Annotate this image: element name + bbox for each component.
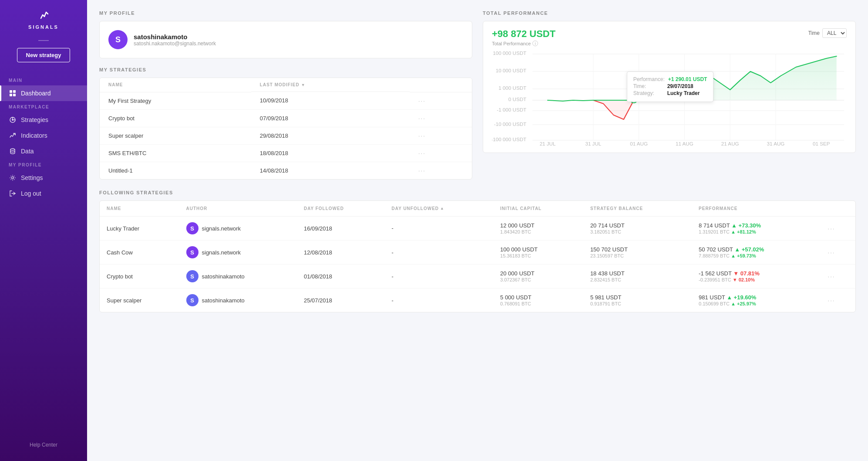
strategy-name: Super scalper [100, 127, 251, 144]
svg-rect-2 [10, 94, 12, 96]
fol-initial-capital: 100 000 USDT 15.36183 BTC [493, 241, 583, 264]
data-icon [9, 147, 17, 155]
strategy-menu[interactable]: ··· [410, 162, 472, 179]
right-column: TOTAL PERFORMANCE +98 872 USDT Total Per… [483, 10, 856, 180]
fol-col-balance: STRATEGY BALANCE [583, 201, 692, 217]
strategy-modified: 29/08/2018 [251, 127, 410, 144]
table-row[interactable]: SMS ETH/BTC 18/08/2018 ··· [100, 144, 472, 162]
fol-day-followed: 01/08/2018 [297, 264, 385, 288]
table-row[interactable]: Crypto bot 07/09/2018 ··· [100, 109, 472, 127]
fol-strategy-balance: 18 438 USDT 2.832415 BTC [583, 264, 692, 288]
following-section: FOLLOWING STRATEGIES NAME AUTHOR DAY FOL… [99, 190, 856, 313]
fol-menu[interactable]: ··· [821, 241, 855, 264]
sidebar-item-logout[interactable]: Log out [0, 186, 87, 201]
sidebar-bottom: Help Center [30, 441, 57, 452]
strategy-menu[interactable]: ··· [410, 144, 472, 162]
sidebar-item-label-data: Data [21, 148, 34, 155]
sidebar-item-data[interactable]: Data [0, 143, 87, 159]
my-strategies-card: NAME LAST MODIFIED ▼ My First Strategy 1… [99, 78, 472, 180]
col-modified: LAST MODIFIED ▼ [251, 78, 410, 92]
new-strategy-button[interactable]: New strategy [17, 48, 71, 62]
svg-point-9 [12, 177, 14, 179]
tooltip-perf-value: +1 290.01 USDT [668, 76, 707, 82]
fol-col-author: AUTHOR [179, 201, 297, 217]
strategy-name: Untitled-1 [100, 162, 251, 179]
svg-rect-38 [532, 100, 844, 144]
performance-card: +98 872 USDT Total Performance i Time AL… [483, 21, 856, 153]
tooltip-time-value: 29/07/2018 [667, 83, 693, 89]
my-strategies-section-title: MY STRATEGIES [99, 67, 472, 72]
fol-col-unfollowed: DAY UNFOLLOWED ▲ [385, 201, 493, 217]
fol-name: Lucky Trader [100, 217, 179, 241]
profile-card: S satoshinakamoto satoshi.nakamoto@signa… [99, 21, 472, 58]
fol-name: Crypto bot [100, 264, 179, 288]
profile-section-title: MY PROFILE [99, 10, 472, 16]
logout-icon [9, 190, 17, 197]
strategy-menu[interactable]: ··· [410, 127, 472, 144]
svg-text:31 JUL: 31 JUL [585, 142, 601, 146]
fol-name: Cash Cow [100, 241, 179, 264]
left-column: MY PROFILE S satoshinakamoto satoshi.nak… [99, 10, 472, 180]
time-select-input[interactable]: ALL 1Y 6M 3M 1M [822, 28, 847, 38]
svg-text:1 000 USDT: 1 000 USDT [498, 86, 526, 91]
my-strategies-table: NAME LAST MODIFIED ▼ My First Strategy 1… [100, 78, 472, 179]
fol-strategy-balance: 5 981 USDT 0.918791 BTC [583, 288, 692, 312]
sidebar-item-dashboard[interactable]: Dashboard [0, 85, 87, 101]
author-avatar: S [186, 222, 198, 234]
indicators-icon [9, 132, 17, 139]
table-row[interactable]: Super scalper 29/08/2018 ··· [100, 127, 472, 144]
fol-day-followed: 12/08/2018 [297, 241, 385, 264]
strategy-menu[interactable]: ··· [410, 92, 472, 109]
svg-text:31 AUG: 31 AUG [767, 142, 785, 146]
strategy-name: SMS ETH/BTC [100, 144, 251, 162]
active-indicator [0, 85, 1, 101]
fol-performance: 981 USDT ▲ +19.60% 0.150699 BTC ▲ +25.97… [692, 288, 821, 312]
fol-col-performance: PERFORMANCE [692, 201, 821, 217]
top-row: MY PROFILE S satoshinakamoto satoshi.nak… [99, 10, 856, 180]
fol-strategy-balance: 150 702 USDT 23.150597 BTC [583, 241, 692, 264]
strategy-menu[interactable]: ··· [410, 109, 472, 127]
list-item[interactable]: Super scalper S satoshinakamoto 25/07/20… [100, 288, 855, 312]
fol-initial-capital: 5 000 USDT 0.768091 BTC [493, 288, 583, 312]
gear-icon [9, 174, 17, 182]
table-row[interactable]: Untitled-1 14/08/2018 ··· [100, 162, 472, 179]
list-item[interactable]: Cash Cow S signals.network 12/08/2018 - … [100, 241, 855, 264]
svg-rect-3 [13, 94, 16, 96]
fol-day-followed: 16/09/2018 [297, 217, 385, 241]
list-item[interactable]: Lucky Trader S signals.network 16/09/201… [100, 217, 855, 241]
svg-point-8 [10, 149, 15, 150]
sidebar-item-label-dashboard: Dashboard [21, 90, 51, 97]
strategy-modified: 10/09/2018 [251, 92, 410, 109]
fol-menu[interactable]: ··· [821, 288, 855, 312]
help-center-link[interactable]: Help Center [30, 442, 57, 448]
fol-performance: 8 714 USDT ▲ +73.30% 1.319201 BTC ▲ +81.… [692, 217, 821, 241]
author-avatar: S [186, 246, 198, 258]
list-item[interactable]: Crypto bot S satoshinakamoto 01/08/2018 … [100, 264, 855, 288]
fol-col-actions [821, 201, 855, 217]
sidebar-item-settings[interactable]: Settings [0, 170, 87, 186]
sidebar-divider [38, 40, 49, 41]
sidebar-item-strategies[interactable]: Strategies [0, 112, 87, 128]
tooltip-perf-label: Performance: [633, 76, 665, 82]
perf-section-title: TOTAL PERFORMANCE [483, 10, 856, 16]
table-row[interactable]: My First Strategy 10/09/2018 ··· [100, 92, 472, 109]
svg-text:100 000 USDT: 100 000 USDT [493, 51, 526, 56]
strategy-modified: 14/08/2018 [251, 162, 410, 179]
svg-text:01 SEP: 01 SEP [813, 142, 830, 146]
sidebar-item-indicators[interactable]: Indicators [0, 128, 87, 143]
strategy-modified: 18/08/2018 [251, 144, 410, 162]
fol-performance: -1 562 USDT ▼ 07.81% -0.239951 BTC ▼ 02.… [692, 264, 821, 288]
strategy-name: Crypto bot [100, 109, 251, 127]
fol-menu[interactable]: ··· [821, 217, 855, 241]
svg-text:21 AUG: 21 AUG [721, 142, 739, 146]
following-section-title: FOLLOWING STRATEGIES [99, 190, 856, 195]
fol-name: Super scalper [100, 288, 179, 312]
col-name: NAME [100, 78, 251, 92]
sidebar-item-label-strategies: Strategies [21, 116, 48, 123]
fol-initial-capital: 12 000 USDT 1.843420 BTC [493, 217, 583, 241]
fol-strategy-balance: 20 714 USDT 3.182051 BTC [583, 217, 692, 241]
svg-rect-0 [10, 90, 12, 93]
fol-menu[interactable]: ··· [821, 264, 855, 288]
sidebar-section-myprofile: MY PROFILE [0, 163, 87, 167]
perf-label: Total Performance i [492, 41, 555, 46]
